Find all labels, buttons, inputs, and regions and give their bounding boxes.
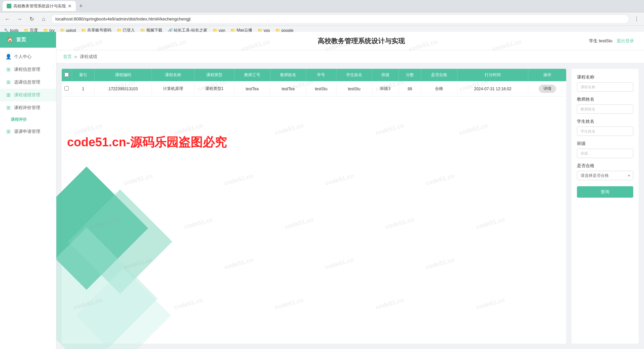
teacher-name-group: 教师姓名 [577,96,633,114]
col-qualified: 是否合格 [421,69,457,81]
grades-table: 索引 课程编码 课程名称 课程类型 教师工号 教师姓名 学号 学生姓名 班级 分… [62,69,566,97]
select-all-checkbox[interactable] [64,72,69,77]
nav-forward-button[interactable]: → [15,14,24,24]
main-content: 高校教务管理系统设计与实现 学生 testStu 退出登录 首页 ≡ 课程成绩 [56,32,644,349]
cell-course-type: 课程类型1 [195,81,234,97]
cell-teacher-name: testTea [270,81,306,97]
col-score-time: 打分时间 [457,69,528,81]
cell-class: 班级3 [372,81,399,97]
breadcrumb: 首页 ≡ 课程成绩 [56,50,644,63]
home-icon: 🏠 [7,37,13,43]
col-course-type: 课程类型 [195,69,234,81]
tab-favicon [7,4,11,8]
cell-student-id: testStu [306,81,336,97]
tab-close-btn[interactable]: ✕ [68,3,72,9]
sidebar-item-select-course[interactable]: ⊞ 选课信息管理 [0,76,56,89]
app-header: 高校教务管理系统设计与实现 学生 testStu 退出登录 [56,32,644,50]
sidebar-item-course-grade-label: 课程成绩管理 [14,92,40,98]
active-tab[interactable]: 高校教务管理系统设计与实现 ✕ [3,1,76,11]
person-icon: 👤 [5,54,11,60]
table-wrapper: 索引 课程编码 课程名称 课程类型 教师工号 教师姓名 学号 学生姓名 班级 分… [62,69,566,97]
address-text: localhost:8080/springbootv4e9/admin/dist… [55,16,191,21]
qualified-select-wrapper: 请选择是否合格 合格 不合格 [577,171,633,180]
breadcrumb-home[interactable]: 首页 [63,54,72,60]
extensions-button[interactable]: ⋮ [632,14,641,24]
home-label: 首页 [16,37,26,43]
course-info-icon: ⊞ [5,66,11,72]
course-name-label: 课程名称 [577,74,633,80]
teacher-name-label: 教师姓名 [577,96,633,102]
app-title: 高校教务管理系统设计与实现 [133,37,589,46]
nav-refresh-button[interactable]: ↻ [27,14,36,24]
sidebar-item-course-eval[interactable]: ⊞ 课程评价管理 [0,101,56,114]
table-header-row: 索引 课程编码 课程名称 课程类型 教师工号 教师姓名 学号 学生姓名 班级 分… [62,69,566,81]
sidebar-item-course-info-label: 课程信息管理 [14,66,40,72]
class-label: 班级 [577,141,633,147]
cell-score: 88 [398,81,421,97]
select-course-icon: ⊞ [5,79,11,85]
user-label: 学生 testStu [589,38,612,44]
class-group: 班级 [577,141,633,158]
teacher-name-input[interactable] [577,104,633,114]
col-course-code: 课程编码 [95,69,152,81]
nav-home-button[interactable]: ⌂ [39,14,48,24]
course-eval-icon: ⊞ [5,105,11,111]
course-name-input[interactable] [577,82,633,92]
row-checkbox[interactable] [64,86,69,91]
content-area: 索引 课程编码 课程名称 课程类型 教师工号 教师姓名 学号 学生姓名 班级 分… [56,63,644,349]
cell-course-name: 计算机原理 [152,81,195,97]
sidebar-item-withdraw-label: 退课申请管理 [14,129,40,135]
sidebar-sub-eval[interactable]: 课程评价 [0,114,56,125]
breadcrumb-current: 课程成绩 [80,54,97,60]
nav-back-button[interactable]: ← [3,14,12,24]
col-teacher-name: 教师姓名 [270,69,306,81]
withdraw-icon: ⊞ [5,129,11,135]
table-panel: 索引 课程编码 课程名称 课程类型 教师工号 教师姓名 学号 学生姓名 班级 分… [62,69,566,344]
sidebar-item-course-grade[interactable]: ⊞ 课程成绩管理 [0,89,56,101]
course-grade-icon: ⊞ [5,92,11,98]
logout-button[interactable]: 退出登录 [616,38,634,44]
cell-qualified: 合格 [421,81,457,97]
col-index: 索引 [72,69,95,81]
address-bar[interactable]: localhost:8080/springbootv4e9/admin/dist… [51,14,629,24]
sidebar: 🏠 首页 👤 个人中心 ⊞ 课程信息管理 ⊞ 选课信息管理 ⊞ 课程成绩管理 ⊞ [0,32,56,349]
tab-bar: 高校教务管理系统设计与实现 ✕ + [0,0,644,12]
student-name-label: 学生姓名 [577,118,633,124]
cell-action[interactable]: 详情 [528,81,566,97]
search-button[interactable]: 查询 [577,186,633,198]
class-input[interactable] [577,149,633,158]
cell-teacher-id: testTea [234,81,270,97]
new-tab-button[interactable]: + [77,2,85,10]
tab-title: 高校教务管理系统设计与实现 [13,3,66,9]
sidebar-item-withdraw[interactable]: ⊞ 退课申请管理 [0,125,56,138]
sidebar-item-course-info[interactable]: ⊞ 课程信息管理 [0,63,56,76]
browser-chrome: 高校教务管理系统设计与实现 ✕ + ← → ↻ ⌂ localhost:8080… [0,0,644,32]
qualified-group: 是否合格 请选择是否合格 合格 不合格 [577,163,633,180]
sidebar-item-course-eval-label: 课程评价管理 [14,105,40,111]
col-checkbox [62,69,72,81]
cell-student-name: testStu [336,81,372,97]
cell-index: 1 [72,81,95,97]
course-name-group: 课程名称 [577,74,633,92]
user-info: 学生 testStu 退出登录 [589,38,634,44]
sidebar-sub-eval-label: 课程评价 [11,117,27,122]
nav-icons: ⋮ [632,14,641,24]
col-action: 操作 [528,69,566,81]
sidebar-item-personal[interactable]: 👤 个人中心 [0,50,56,63]
cell-checkbox[interactable] [62,81,72,97]
col-course-name: 课程名称 [152,69,195,81]
student-name-input[interactable] [577,127,633,136]
col-class: 班级 [372,69,399,81]
col-score: 分数 [398,69,421,81]
search-panel: 课程名称 教师姓名 学生姓名 班级 是否合格 [572,69,639,344]
sidebar-home[interactable]: 🏠 首页 [0,32,56,48]
qualified-label: 是否合格 [577,163,633,169]
nav-bar: ← → ↻ ⌂ localhost:8080/springbootv4e9/ad… [0,12,644,26]
breadcrumb-sep: ≡ [74,54,77,59]
col-student-name: 学生姓名 [336,69,372,81]
detail-button[interactable]: 详情 [539,85,556,93]
sidebar-item-select-course-label: 选课信息管理 [14,79,40,85]
col-student-id: 学号 [306,69,336,81]
cell-course-code: 1722399313103 [95,81,152,97]
qualified-select[interactable]: 请选择是否合格 合格 不合格 [577,171,633,180]
